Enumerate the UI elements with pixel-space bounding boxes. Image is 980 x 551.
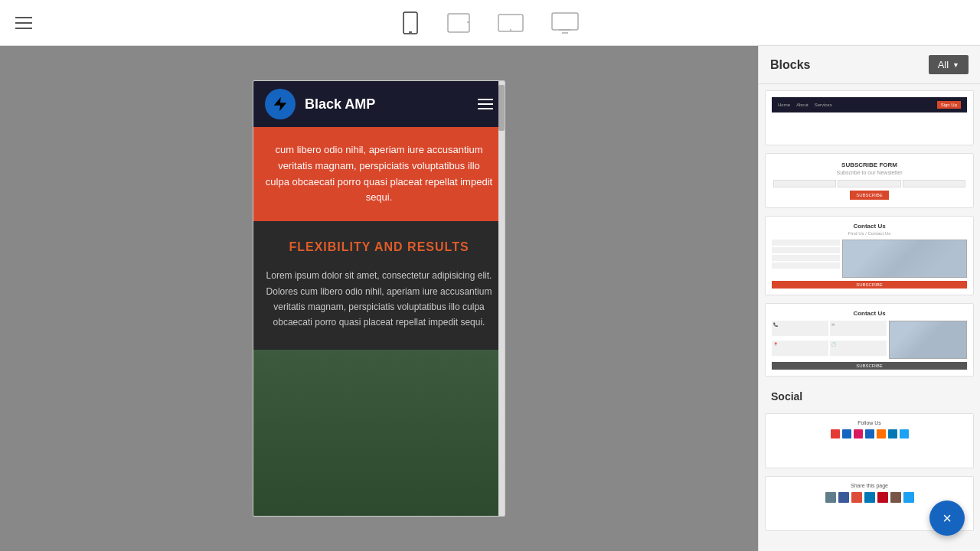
subscribe-subtitle: Subscribe to our Newsletter [773,170,965,175]
contact-layout-1 [772,240,967,278]
social-section-label: Social [765,384,974,406]
contact-map-1 [842,240,967,278]
contact-title-2: Contact Us [772,310,967,317]
info-row-3 [772,255,840,261]
info-row-4 [772,262,840,269]
fab-close-button[interactable]: × [929,500,965,536]
fab-icon: × [942,510,952,527]
toolbar-left [15,17,32,29]
sidebar-content: Home About Services Sign Up SUBSCRIBE FO… [759,84,980,537]
block-card-contact-1[interactable]: Contact Us Find Us / Contact Us [765,216,974,295]
canvas-area: Black AMP cum libero odio nihil, aperiam… [0,46,758,551]
mobile-preview: Black AMP cum libero odio nihil, aperiam… [253,80,505,517]
block-card-nav[interactable]: Home About Services Sign Up [765,90,974,145]
follow-icon-3 [854,429,863,439]
share-icon-2 [838,492,849,503]
info-cell-4: 🕐 [830,341,887,356]
svg-marker-9 [274,97,287,111]
info-row-2 [772,247,840,253]
svg-rect-4 [498,15,523,31]
follow-icon-2 [842,429,851,439]
svg-rect-6 [552,13,578,30]
info-cell-3: 📍 [772,341,828,356]
block-card-contact-2[interactable]: Contact Us 📞 ✉ 📍 🕐 SUBSCRIBE [765,303,974,377]
mobile-logo [265,89,296,119]
dark-content-section: FLEXIBILITY AND RESULTS Lorem ipsum dolo… [253,221,505,350]
share-icons [772,492,967,503]
follow-icon-5 [877,429,886,439]
dark-section-text: Lorem ipsum dolor sit amet, consectetur … [265,268,493,331]
scrollbar[interactable] [498,81,505,516]
follow-icon-6 [888,429,897,439]
mobile-hamburger[interactable] [478,99,493,109]
svg-rect-0 [403,12,417,34]
contact-layout-2: 📞 ✉ 📍 🕐 [772,321,967,359]
contact-block-mockup-2: Contact Us 📞 ✉ 📍 🕐 SUBSCRIBE [766,304,973,376]
subscribe-block-mockup: SUBSCRIBE FORM Subscribe to our Newslett… [766,154,973,207]
svg-rect-2 [448,14,469,32]
subscribe-field-1 [773,180,836,187]
follow-icons [772,429,967,439]
landscape-device-button[interactable] [492,8,530,38]
contact-submit-btn-1: SUBSCRIBE [772,281,967,289]
red-section-text: cum libero odio nihil, aperiam iure accu… [265,142,493,206]
subscribe-field-3 [903,180,965,187]
subscribe-fields [773,180,965,187]
nav-item-1: Home [778,103,790,107]
contact-subtitle-1: Find Us / Contact Us [772,231,967,236]
follow-block-mockup: Follow Us [766,414,973,468]
subscribe-button: SUBSCRIBE [850,191,889,200]
main-area: Black AMP cum libero odio nihil, aperiam… [0,46,980,551]
hamburger-menu[interactable] [15,17,32,29]
contact-block-mockup-1: Contact Us Find Us / Contact Us [766,217,973,295]
desktop-device-button[interactable] [545,6,585,40]
toolbar [0,0,980,46]
follow-icon-7 [900,429,909,439]
mobile-title: Black AMP [305,96,478,112]
scroll-thumb[interactable] [498,85,505,131]
nav-signup-btn: Sign Up [937,101,961,109]
contact-map-2 [889,321,967,359]
block-card-subscribe[interactable]: SUBSCRIBE FORM Subscribe to our Newslett… [765,153,974,208]
sidebar-header: Blocks All [759,46,980,84]
share-icon-5 [877,492,888,503]
red-content-section: cum libero odio nihil, aperiam iure accu… [253,127,505,221]
subscribe-field-2 [838,180,900,187]
nav-block-mockup: Home About Services Sign Up [766,91,973,145]
all-filter-button[interactable]: All [929,55,969,74]
subscribe-title: SUBSCRIBE FORM [773,161,965,168]
nav-item-3: Services [815,103,832,107]
nav-item-2: About [796,103,808,107]
map-inner-1 [843,240,966,277]
share-icon-4 [864,492,875,503]
forest-section [253,350,505,516]
follow-icon-4 [865,429,874,439]
contact-title-1: Contact Us [772,223,967,230]
follow-title: Follow Us [772,420,967,425]
info-row-1 [772,240,840,246]
block-card-follow[interactable]: Follow Us [765,413,974,468]
device-switcher [395,5,585,41]
sidebar-blocks-label: Blocks [770,58,810,72]
contact-info-grid: 📞 ✉ 📍 🕐 [772,321,887,359]
share-icon-1 [825,492,836,503]
follow-icon-1 [831,429,840,439]
share-icon-3 [851,492,862,503]
mobile-navbar: Black AMP [253,81,505,127]
tablet-device-button[interactable] [441,7,476,39]
sidebar: Blocks All Home About Services Sign Up [758,46,980,551]
share-icon-6 [890,492,901,503]
share-icon-7 [903,492,914,503]
dark-section-heading: FLEXIBILITY AND RESULTS [265,240,493,254]
contact-info-1 [772,240,840,278]
info-cell-1: 📞 [772,321,828,336]
mobile-device-button[interactable] [395,5,426,41]
share-title: Share this page [772,483,967,488]
info-cell-2: ✉ [830,321,887,336]
contact-submit-btn-2: SUBSCRIBE [772,362,967,370]
